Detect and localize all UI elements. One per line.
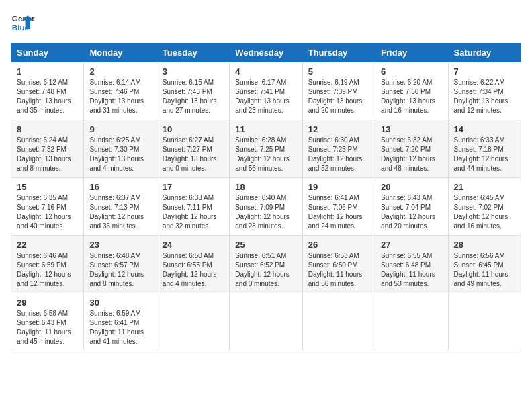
calendar-header-sunday: Sunday <box>11 44 84 62</box>
calendar-cell: 2Sunrise: 6:14 AM Sunset: 7:46 PM Daylig… <box>84 62 157 120</box>
day-number: 24 <box>163 240 224 250</box>
calendar-cell: 29Sunrise: 6:58 AM Sunset: 6:43 PM Dayli… <box>11 293 84 351</box>
day-number: 1 <box>17 66 78 77</box>
day-info: Sunrise: 6:12 AM Sunset: 7:48 PM Dayligh… <box>17 78 78 116</box>
day-number: 13 <box>381 124 442 134</box>
day-info: Sunrise: 6:58 AM Sunset: 6:43 PM Dayligh… <box>17 309 78 347</box>
calendar-cell: 4Sunrise: 6:17 AM Sunset: 7:41 PM Daylig… <box>230 62 302 120</box>
svg-text:General: General <box>12 14 35 23</box>
day-number: 10 <box>163 124 224 134</box>
calendar-week-1: 1Sunrise: 6:12 AM Sunset: 7:48 PM Daylig… <box>11 62 521 120</box>
day-number: 9 <box>89 124 150 134</box>
calendar-week-4: 22Sunrise: 6:46 AM Sunset: 6:59 PM Dayli… <box>11 236 521 293</box>
calendar-cell: 18Sunrise: 6:40 AM Sunset: 7:09 PM Dayli… <box>230 178 302 236</box>
calendar-cell: 26Sunrise: 6:53 AM Sunset: 6:50 PM Dayli… <box>302 236 375 293</box>
day-number: 7 <box>454 66 515 77</box>
calendar-cell: 13Sunrise: 6:32 AM Sunset: 7:20 PM Dayli… <box>375 120 448 178</box>
calendar-header-tuesday: Tuesday <box>157 44 229 62</box>
day-number: 20 <box>381 182 442 192</box>
calendar-cell: 30Sunrise: 6:59 AM Sunset: 6:41 PM Dayli… <box>84 293 157 351</box>
day-number: 14 <box>454 124 515 134</box>
day-info: Sunrise: 6:50 AM Sunset: 6:55 PM Dayligh… <box>163 251 224 289</box>
day-info: Sunrise: 6:32 AM Sunset: 7:20 PM Dayligh… <box>381 136 442 173</box>
calendar-cell <box>302 293 375 351</box>
calendar-cell <box>230 293 302 351</box>
day-info: Sunrise: 6:25 AM Sunset: 7:30 PM Dayligh… <box>89 136 150 173</box>
calendar-cell: 5Sunrise: 6:19 AM Sunset: 7:39 PM Daylig… <box>302 62 375 120</box>
day-info: Sunrise: 6:56 AM Sunset: 6:45 PM Dayligh… <box>454 251 515 289</box>
calendar-cell: 6Sunrise: 6:20 AM Sunset: 7:36 PM Daylig… <box>375 62 448 120</box>
day-info: Sunrise: 6:27 AM Sunset: 7:27 PM Dayligh… <box>163 136 224 173</box>
calendar-header-thursday: Thursday <box>302 44 375 62</box>
calendar-cell: 14Sunrise: 6:33 AM Sunset: 7:18 PM Dayli… <box>448 120 521 178</box>
calendar-cell: 9Sunrise: 6:25 AM Sunset: 7:30 PM Daylig… <box>84 120 157 178</box>
day-info: Sunrise: 6:40 AM Sunset: 7:09 PM Dayligh… <box>235 193 296 231</box>
day-info: Sunrise: 6:37 AM Sunset: 7:13 PM Dayligh… <box>89 193 150 231</box>
day-number: 5 <box>308 66 369 77</box>
day-info: Sunrise: 6:15 AM Sunset: 7:43 PM Dayligh… <box>163 78 224 116</box>
day-number: 25 <box>235 240 296 250</box>
day-info: Sunrise: 6:28 AM Sunset: 7:25 PM Dayligh… <box>235 136 296 173</box>
day-number: 8 <box>17 124 78 134</box>
calendar-week-3: 15Sunrise: 6:35 AM Sunset: 7:16 PM Dayli… <box>11 178 521 236</box>
calendar-table: SundayMondayTuesdayWednesdayThursdayFrid… <box>11 43 521 351</box>
day-info: Sunrise: 6:43 AM Sunset: 7:04 PM Dayligh… <box>381 193 442 231</box>
calendar-cell: 20Sunrise: 6:43 AM Sunset: 7:04 PM Dayli… <box>375 178 448 236</box>
day-info: Sunrise: 6:35 AM Sunset: 7:16 PM Dayligh… <box>17 193 78 231</box>
day-info: Sunrise: 6:55 AM Sunset: 6:48 PM Dayligh… <box>381 251 442 289</box>
day-number: 16 <box>89 182 150 192</box>
calendar-cell: 11Sunrise: 6:28 AM Sunset: 7:25 PM Dayli… <box>230 120 302 178</box>
day-info: Sunrise: 6:24 AM Sunset: 7:32 PM Dayligh… <box>17 136 78 173</box>
day-number: 18 <box>235 182 296 192</box>
day-number: 28 <box>454 240 515 250</box>
logo-icon: General Blue <box>11 11 35 35</box>
day-number: 4 <box>235 66 296 77</box>
calendar-cell <box>157 293 229 351</box>
day-info: Sunrise: 6:53 AM Sunset: 6:50 PM Dayligh… <box>308 251 369 289</box>
day-info: Sunrise: 6:41 AM Sunset: 7:06 PM Dayligh… <box>308 193 369 231</box>
calendar-cell: 7Sunrise: 6:22 AM Sunset: 7:34 PM Daylig… <box>448 62 521 120</box>
day-info: Sunrise: 6:14 AM Sunset: 7:46 PM Dayligh… <box>89 78 150 116</box>
day-number: 11 <box>235 124 296 134</box>
day-number: 26 <box>308 240 369 250</box>
day-info: Sunrise: 6:45 AM Sunset: 7:02 PM Dayligh… <box>454 193 515 231</box>
calendar-week-5: 29Sunrise: 6:58 AM Sunset: 6:43 PM Dayli… <box>11 293 521 351</box>
calendar-cell: 22Sunrise: 6:46 AM Sunset: 6:59 PM Dayli… <box>11 236 84 293</box>
day-info: Sunrise: 6:46 AM Sunset: 6:59 PM Dayligh… <box>17 251 78 289</box>
calendar-week-2: 8Sunrise: 6:24 AM Sunset: 7:32 PM Daylig… <box>11 120 521 178</box>
day-number: 27 <box>381 240 442 250</box>
day-number: 21 <box>454 182 515 192</box>
day-number: 17 <box>163 182 224 192</box>
calendar-header-monday: Monday <box>84 44 157 62</box>
calendar-cell: 8Sunrise: 6:24 AM Sunset: 7:32 PM Daylig… <box>11 120 84 178</box>
day-info: Sunrise: 6:30 AM Sunset: 7:23 PM Dayligh… <box>308 136 369 173</box>
calendar-cell: 28Sunrise: 6:56 AM Sunset: 6:45 PM Dayli… <box>448 236 521 293</box>
day-info: Sunrise: 6:59 AM Sunset: 6:41 PM Dayligh… <box>89 309 150 347</box>
day-info: Sunrise: 6:38 AM Sunset: 7:11 PM Dayligh… <box>163 193 224 231</box>
day-number: 6 <box>381 66 442 77</box>
day-number: 23 <box>89 240 150 250</box>
day-info: Sunrise: 6:51 AM Sunset: 6:52 PM Dayligh… <box>235 251 296 289</box>
calendar-cell: 16Sunrise: 6:37 AM Sunset: 7:13 PM Dayli… <box>84 178 157 236</box>
calendar-cell <box>375 293 448 351</box>
calendar-header-friday: Friday <box>375 44 448 62</box>
calendar-cell: 17Sunrise: 6:38 AM Sunset: 7:11 PM Dayli… <box>157 178 229 236</box>
day-number: 2 <box>89 66 150 77</box>
day-number: 12 <box>308 124 369 134</box>
calendar-cell: 10Sunrise: 6:27 AM Sunset: 7:27 PM Dayli… <box>157 120 229 178</box>
day-info: Sunrise: 6:33 AM Sunset: 7:18 PM Dayligh… <box>454 136 515 173</box>
day-number: 3 <box>163 66 224 77</box>
calendar-header-wednesday: Wednesday <box>230 44 302 62</box>
day-info: Sunrise: 6:17 AM Sunset: 7:41 PM Dayligh… <box>235 78 296 116</box>
calendar-cell: 21Sunrise: 6:45 AM Sunset: 7:02 PM Dayli… <box>448 178 521 236</box>
calendar-cell: 19Sunrise: 6:41 AM Sunset: 7:06 PM Dayli… <box>302 178 375 236</box>
day-number: 22 <box>17 240 78 250</box>
calendar-header-row: SundayMondayTuesdayWednesdayThursdayFrid… <box>11 44 521 62</box>
logo: General Blue <box>11 11 35 35</box>
calendar-cell: 24Sunrise: 6:50 AM Sunset: 6:55 PM Dayli… <box>157 236 229 293</box>
day-number: 30 <box>89 298 150 308</box>
day-number: 15 <box>17 182 78 192</box>
calendar-header-saturday: Saturday <box>448 44 521 62</box>
day-number: 29 <box>17 298 78 308</box>
day-info: Sunrise: 6:48 AM Sunset: 6:57 PM Dayligh… <box>89 251 150 289</box>
